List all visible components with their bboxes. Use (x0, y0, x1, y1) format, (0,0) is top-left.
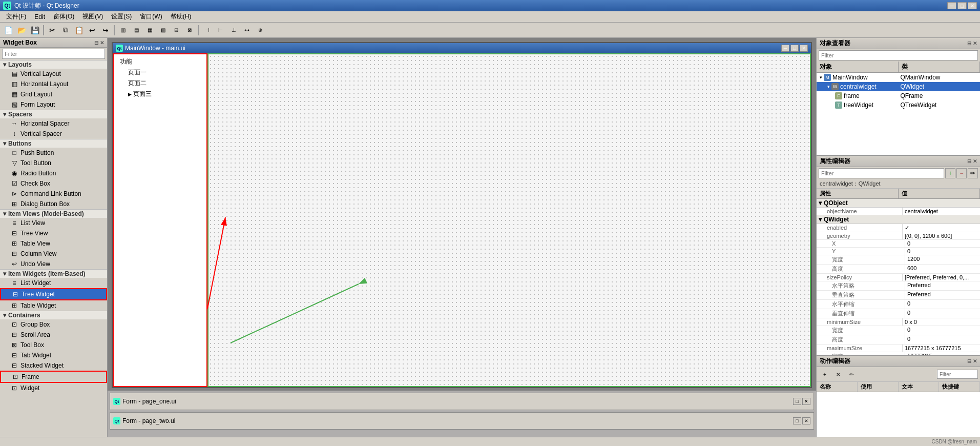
widget-item-tree-widget[interactable]: ⊟ Tree Widget (0, 288, 107, 300)
signal-filter-input[interactable] (937, 370, 978, 379)
prop-row-width[interactable]: 宽度 1200 (817, 255, 980, 265)
menu-view[interactable]: 视图(V) (78, 11, 107, 22)
tree-row-treewidget[interactable]: T treeWidget QTreeWidget (817, 100, 980, 110)
widget-item-form-layout[interactable]: ▧ Form Layout (0, 99, 107, 110)
prop-row-minheight[interactable]: 高度 0 (817, 335, 980, 344)
subwindow-restore-one[interactable]: □ (793, 398, 801, 405)
signal-add-button[interactable]: + (819, 368, 831, 380)
widget-item-grid-layout[interactable]: ▦ Grid Layout (0, 89, 107, 99)
widget-item-stacked-widget[interactable]: ⊟ Stacked Widget (0, 360, 107, 371)
redo-button[interactable]: ↪ (99, 24, 112, 36)
mw-close-button[interactable]: ✕ (800, 45, 808, 52)
widget-item-tree-view[interactable]: ⊟ Tree View (0, 228, 107, 238)
subwindow-controls-two[interactable]: □ ✕ (793, 417, 810, 424)
widget-item-tool-box[interactable]: ⊠ Tool Box (0, 340, 107, 350)
prop-row-enabled[interactable]: enabled ✓ (817, 224, 980, 232)
menu-file[interactable]: 文件(F) (2, 11, 30, 22)
prop-row-hpolicy[interactable]: 水平策略 Preferred (817, 281, 980, 291)
layout-g-button[interactable]: ▦ (143, 24, 156, 36)
category-buttons[interactable]: ▾ Buttons (0, 139, 107, 148)
mw-minimize-button[interactable]: ─ (781, 45, 789, 52)
widget-item-widget[interactable]: ⊡ Widget (0, 383, 107, 393)
widget-item-column-view[interactable]: ⊟ Column View (0, 249, 107, 259)
menu-edit[interactable]: Edit (30, 12, 49, 22)
inspector-close-icon[interactable]: ✕ (973, 40, 977, 46)
signal-delete-button[interactable]: ✕ (832, 368, 844, 380)
prop-edit-button[interactable]: ✏ (968, 168, 978, 178)
prop-remove-button[interactable]: − (956, 168, 967, 178)
signal-slot-button[interactable]: ⊶ (241, 24, 253, 36)
signal-edit-button[interactable]: ✏ (845, 368, 858, 380)
widget-item-push-button[interactable]: □ Push Button (0, 148, 107, 158)
widget-item-horizontal-spacer[interactable]: ↔ Horizontal Spacer (0, 118, 107, 129)
menu-settings[interactable]: 设置(S) (107, 11, 136, 22)
prop-row-objectname[interactable]: objectName centralwidget (817, 208, 980, 215)
tree-row-centralwidget[interactable]: ▾ W centralwidget QWidget (817, 82, 980, 91)
category-item-views[interactable]: ▾ Item Views (Model-Based) (0, 209, 107, 218)
prop-row-y[interactable]: Y 0 (817, 248, 980, 255)
tree-row-frame[interactable]: F frame QFrame (817, 91, 980, 100)
signal-editor-float-icon[interactable]: ⊟ (967, 358, 971, 364)
prop-row-geometry[interactable]: geometry [(0, 0), 1200 x 600] (817, 232, 980, 240)
widget-item-check-box[interactable]: ☑ Check Box (0, 178, 107, 189)
save-button[interactable]: 💾 (29, 24, 41, 36)
widget-item-scroll-area[interactable]: ⊟ Scroll Area (0, 330, 107, 340)
widget-item-group-box[interactable]: ⊡ Group Box (0, 319, 107, 330)
widget-item-frame[interactable]: ⊡ Frame (0, 371, 107, 383)
open-button[interactable]: 📂 (15, 24, 28, 36)
subwindow-restore-two[interactable]: □ (793, 417, 801, 424)
subwindow-controls-one[interactable]: □ ✕ (793, 398, 810, 405)
align-right-button[interactable]: ⊢ (214, 24, 226, 36)
align-center-button[interactable]: ⊥ (227, 24, 240, 36)
prop-row-minwidth[interactable]: 宽度 0 (817, 326, 980, 335)
prop-add-button[interactable]: + (945, 168, 955, 178)
mw-menu-item-page1[interactable]: 页面一 (118, 67, 202, 78)
object-inspector-filter-input[interactable] (819, 50, 978, 60)
designer-workspace[interactable]: Qt MainWindow - main.ui ─ □ ✕ 功能 页面一 (108, 38, 816, 437)
widget-box-filter-input[interactable] (2, 49, 105, 59)
mw-controls[interactable]: ─ □ ✕ (781, 45, 808, 52)
mw-restore-button[interactable]: □ (790, 45, 799, 52)
mw-menu-item-page2[interactable]: 页面二 (118, 78, 202, 89)
float-icon[interactable]: ⊟ (94, 40, 98, 46)
layout-h-button[interactable]: ▥ (117, 24, 129, 36)
widget-item-undo-view[interactable]: ↩ Undo View (0, 259, 107, 269)
widget-item-command-link-button[interactable]: ⊳ Command Link Button (0, 189, 107, 199)
widget-item-radio-button[interactable]: ◉ Radio Button (0, 168, 107, 178)
menu-form[interactable]: 窗体(O) (49, 11, 78, 22)
prop-row-hstretch[interactable]: 水平伸缩 0 (817, 300, 980, 309)
category-containers[interactable]: ▾ Containers (0, 311, 107, 319)
prop-row-height[interactable]: 高度 600 (817, 265, 980, 274)
layout-f-button[interactable]: ▧ (157, 24, 169, 36)
break-layout-button[interactable]: ⊟ (170, 24, 182, 36)
menu-window[interactable]: 窗口(W) (136, 11, 166, 22)
layout-v-button[interactable]: ▤ (130, 24, 142, 36)
category-item-widgets[interactable]: ▾ Item Widgets (Item-Based) (0, 269, 107, 278)
main-window-designer[interactable]: Qt MainWindow - main.ui ─ □ ✕ 功能 页面一 (112, 42, 812, 388)
paste-button[interactable]: 📋 (73, 24, 85, 36)
tab-order-button[interactable]: ⊕ (254, 24, 266, 36)
widget-item-list-widget[interactable]: ≡ List Widget (0, 278, 107, 288)
widget-item-horizontal-layout[interactable]: ▥ Horizontal Layout (0, 79, 107, 89)
widget-item-tab-widget[interactable]: ⊟ Tab Widget (0, 350, 107, 360)
tree-row-mainwindow[interactable]: ▾ M MainWindow QMainWindow (817, 73, 980, 82)
menu-help[interactable]: 帮助(H) (166, 11, 196, 22)
widget-item-tool-button[interactable]: ▽ Tool Button (0, 158, 107, 168)
adjust-size-button[interactable]: ⊠ (183, 24, 196, 36)
prop-row-sizepolicy[interactable]: sizePolicy [Preferred, Preferred, 0,... (817, 274, 980, 281)
prop-row-x[interactable]: X 0 (817, 240, 980, 248)
align-left-button[interactable]: ⊣ (201, 24, 213, 36)
prop-row-vpolicy[interactable]: 垂直策略 Preferred (817, 291, 980, 300)
mw-menu-item-page3[interactable]: ▶ 页面三 (118, 89, 202, 99)
restore-button[interactable]: □ (957, 2, 967, 9)
widget-item-list-view[interactable]: ≡ List View (0, 218, 107, 228)
inspector-float-icon[interactable]: ⊟ (967, 40, 971, 46)
category-layouts[interactable]: ▾ Layouts (0, 60, 107, 69)
category-spacers[interactable]: ▾ Spacers (0, 110, 107, 118)
close-button[interactable]: ✕ (968, 2, 977, 9)
widget-item-vertical-layout[interactable]: ▤ Vertical Layout (0, 69, 107, 79)
undo-button[interactable]: ↩ (86, 24, 98, 36)
subwindow-close-two[interactable]: ✕ (802, 417, 810, 424)
widget-item-table-widget[interactable]: ⊞ Table Widget (0, 300, 107, 311)
subwindow-close-one[interactable]: ✕ (802, 398, 810, 405)
